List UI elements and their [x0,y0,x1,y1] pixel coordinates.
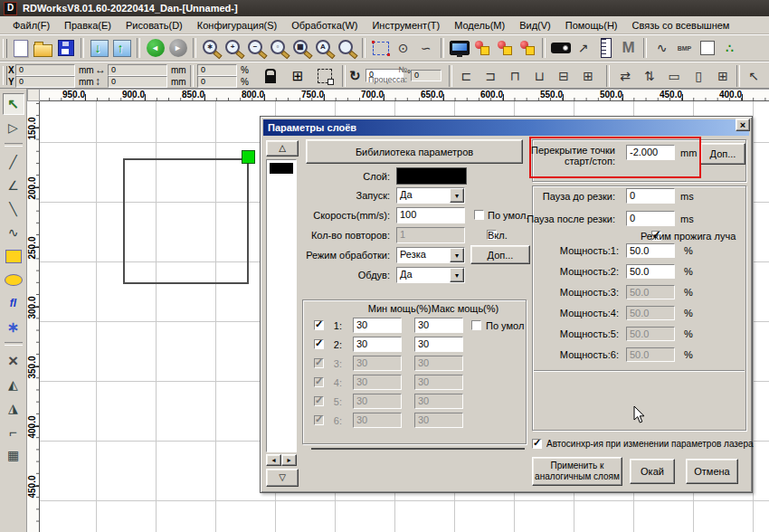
pause-after-input[interactable]: 0 [626,211,675,226]
parameters-library-button[interactable]: Бибилиотека параметров [306,139,523,164]
height-input[interactable]: 0 [108,76,167,88]
min-power-input[interactable]: 30 [353,337,402,352]
pick-point-button[interactable]: ⊙ [392,36,414,60]
menu-view[interactable]: Вид(V) [512,18,558,33]
drawn-rectangle[interactable] [123,158,249,284]
offset-tool-button[interactable]: ⌐ [3,421,24,442]
save-file-button[interactable] [54,36,77,60]
preview-screen-button[interactable] [448,36,470,60]
layer-color-swatch[interactable] [270,163,293,174]
layer-enable-checkbox[interactable] [314,358,324,368]
view-forward-button[interactable] [166,36,189,60]
array-tool-button[interactable]: ▦ [3,444,24,466]
layer-enable-checkbox[interactable] [314,320,324,330]
max-power-input[interactable]: 30 [414,337,463,352]
layer-enable-checkbox[interactable] [314,377,324,387]
edit-tool-button[interactable]: ∽ [414,36,437,60]
dialog-close-button[interactable]: × [736,119,750,131]
dialog-titlebar[interactable]: Параметры слоёв [263,119,749,136]
star-tool-button[interactable]: ∗ [3,316,24,337]
laser-pointer-button[interactable]: ↗ [572,36,594,60]
node-edit-tool-button[interactable]: ▷ [3,117,24,138]
speed-default-checkbox[interactable] [474,210,484,220]
select-tool-button[interactable]: ↖ [3,93,24,115]
zoom-page-button[interactable]: ▫ [268,36,290,60]
node-tool-button[interactable]: ∴ [718,36,741,60]
scale-x-input[interactable]: 0 [197,64,237,76]
new-file-button[interactable] [9,36,32,60]
blow-combo[interactable]: Да ▾ [396,267,465,283]
layer-list[interactable] [266,159,297,452]
overlap-more-button[interactable]: Доп... [700,143,745,165]
mode-combo[interactable]: Резка ▾ [396,247,465,263]
autosync-checkbox[interactable] [532,439,542,449]
mirror-h-tool-button[interactable]: ◭ [3,374,24,395]
laser-machine-button[interactable] [549,36,572,60]
same-height-2-button[interactable]: ▯ [687,64,710,88]
y-position-input[interactable]: 0 [15,76,75,88]
layer-enable-checkbox[interactable] [314,396,324,406]
rect-tool-button[interactable] [3,245,24,267]
ellipse-tool-button[interactable] [3,269,24,290]
power-input[interactable]: 50.0 [626,243,675,258]
layer-scroll-left-button[interactable]: ◂ [266,454,281,466]
zoom-out-button[interactable]: − [245,36,268,60]
chevron-down-icon[interactable]: ▾ [450,268,464,282]
max-power-input[interactable]: 30 [414,413,463,428]
min-power-input[interactable]: 30 [353,318,402,333]
zoom-in-button[interactable]: + [223,36,245,60]
align-page-2-button[interactable] [493,36,516,60]
menu-process[interactable]: Обработка(W) [284,18,365,33]
align-page-3-button[interactable] [516,36,538,60]
menu-draw[interactable]: Рисовать(D) [119,18,190,33]
layer-scroll-up-button[interactable]: △ [266,140,299,157]
text-tool-button[interactable]: fI [3,292,24,314]
pause-before-input[interactable]: 0 [626,188,675,204]
menu-config[interactable]: Конфигурация(S) [190,18,284,33]
export-file-button[interactable] [110,36,133,60]
layer-scroll-right-button[interactable]: ▸ [281,454,297,466]
line-tool-button[interactable]: ╱ [3,151,24,173]
menu-help[interactable]: Помощь(H) [558,18,625,33]
toolbar-grip[interactable] [3,39,7,58]
same-height-button[interactable]: ⇅ [638,64,661,88]
zoom-all-button[interactable]: A [313,36,336,60]
cancel-button[interactable]: Отмена [686,459,738,484]
min-power-input[interactable]: 30 [353,413,402,428]
max-power-input[interactable]: 30 [414,375,463,390]
process-number-input[interactable]: 0 [411,70,441,81]
chevron-down-icon[interactable]: ▾ [450,248,464,262]
start-combo[interactable]: Да ▾ [396,187,465,204]
view-back-button[interactable] [144,36,166,60]
polyline-tool-button[interactable]: ∠ [3,175,24,196]
anchor-corner-button[interactable]: ↖ [742,64,765,88]
frame-tool-button[interactable] [696,36,718,60]
scale-y-input[interactable]: 0 [197,76,237,88]
align-bottom-button[interactable]: ⊔ [527,64,551,88]
menu-edit[interactable]: Правка(E) [57,18,119,33]
minmax-default-checkbox[interactable] [471,320,481,330]
align-center-h-button[interactable]: ⊟ [552,64,575,88]
open-file-button[interactable] [32,36,54,60]
apply-to-similar-layers-button[interactable]: Применить к аналогичным слоям [532,457,622,486]
speed-input[interactable]: 100 [396,207,465,223]
mirror-v-tool-button[interactable]: ◮ [3,397,24,419]
machine-tool-button[interactable]: M [617,36,640,60]
mode-more-button[interactable]: Доп... [470,245,530,264]
menu-tools[interactable]: Инструмент(T) [365,18,447,33]
align-left-button[interactable]: ⊏ [454,64,478,88]
same-width-button[interactable]: ⇄ [613,64,637,88]
selection-handle[interactable] [242,150,255,164]
max-power-input[interactable]: 30 [414,394,463,409]
repeat-input[interactable]: 1 [396,227,465,243]
layer-scroll-down-button[interactable]: ▽ [266,469,299,487]
select-rect-button[interactable] [369,36,392,60]
power-input[interactable]: 50.0 [626,285,675,299]
lock-ratio-button[interactable] [259,64,282,88]
min-power-input[interactable]: 30 [353,375,402,390]
power-input[interactable]: 50.0 [626,264,675,279]
min-power-input[interactable]: 30 [353,356,402,371]
import-file-button[interactable] [88,36,110,60]
align-top-button[interactable]: ⊓ [503,64,527,88]
zoom-view-button[interactable] [336,36,358,60]
